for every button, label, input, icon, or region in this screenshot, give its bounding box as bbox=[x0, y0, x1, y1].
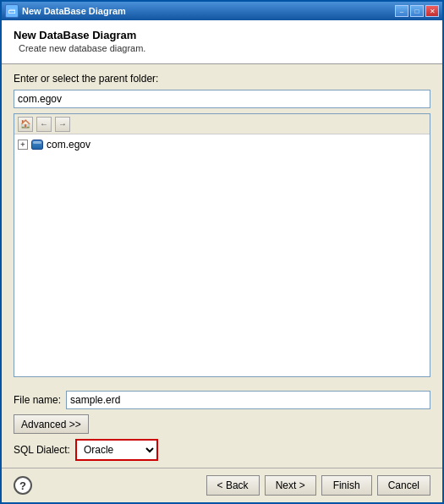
main-area: Enter or select the parent folder: 🏠 ← →… bbox=[2, 64, 442, 386]
filename-label: File name: bbox=[14, 394, 61, 406]
bottom-section: File name: Advanced >> SQL Dialect: Orac… bbox=[2, 386, 442, 468]
dialog-title: New DataBase Diagram bbox=[14, 29, 430, 41]
window-icon: 🗃 bbox=[5, 4, 19, 18]
cancel-button[interactable]: Cancel bbox=[377, 475, 430, 496]
advanced-button[interactable]: Advanced >> bbox=[14, 414, 89, 434]
folder-label: Enter or select the parent folder: bbox=[14, 73, 430, 85]
minimize-button[interactable]: – bbox=[395, 5, 408, 17]
file-browser: 🏠 ← → + com.egov bbox=[14, 113, 430, 377]
next-button[interactable]: Next > bbox=[265, 475, 316, 496]
dialect-select[interactable]: Oracle MySQL PostgreSQL SQL Server DB2 bbox=[77, 441, 156, 459]
db-icon bbox=[30, 139, 44, 151]
filename-input[interactable] bbox=[66, 391, 430, 409]
back-button[interactable]: < Back bbox=[206, 475, 260, 496]
window-content: New DataBase Diagram Create new database… bbox=[2, 20, 442, 502]
tree-expander[interactable]: + bbox=[18, 140, 28, 150]
advanced-row: Advanced >> bbox=[14, 414, 430, 434]
dialog-description: Create new database diagram. bbox=[14, 43, 430, 53]
browser-toolbar: 🏠 ← → bbox=[14, 114, 430, 134]
finish-button[interactable]: Finish bbox=[321, 475, 372, 496]
titlebar: 🗃 New DataBase Diagram – □ ✕ bbox=[2, 2, 442, 20]
dialect-row: SQL Dialect: Oracle MySQL PostgreSQL SQL… bbox=[14, 439, 430, 461]
folder-input[interactable] bbox=[14, 90, 430, 108]
header-section: New DataBase Diagram Create new database… bbox=[2, 20, 442, 64]
dialect-label: SQL Dialect: bbox=[14, 444, 70, 456]
main-window: 🗃 New DataBase Diagram – □ ✕ New DataBas… bbox=[0, 0, 444, 504]
back-button[interactable]: ← bbox=[36, 117, 52, 132]
tree-root-label: com.egov bbox=[47, 139, 90, 151]
filename-row: File name: bbox=[14, 391, 430, 409]
forward-button[interactable]: → bbox=[55, 117, 70, 132]
browser-content: + com.egov bbox=[14, 134, 430, 376]
help-button[interactable]: ? bbox=[14, 476, 32, 495]
window-title: New DataBase Diagram bbox=[22, 6, 395, 16]
home-button[interactable]: 🏠 bbox=[18, 117, 33, 132]
dialect-select-wrapper: Oracle MySQL PostgreSQL SQL Server DB2 bbox=[75, 439, 158, 461]
window-controls: – □ ✕ bbox=[395, 5, 439, 17]
tree-item-root[interactable]: + com.egov bbox=[18, 138, 426, 151]
maximize-button[interactable]: □ bbox=[410, 5, 424, 17]
footer: ? < Back Next > Finish Cancel bbox=[2, 468, 442, 502]
close-button[interactable]: ✕ bbox=[425, 5, 439, 17]
